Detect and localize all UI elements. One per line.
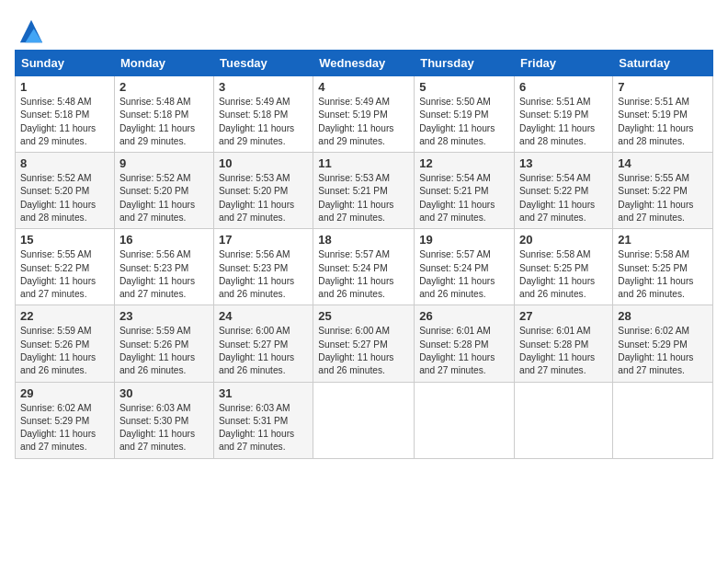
day-number: 24	[219, 309, 308, 323]
day-info: Sunrise: 5:48 AM Sunset: 5:18 PM Dayligh…	[20, 96, 109, 148]
day-cell: 20Sunrise: 5:58 AM Sunset: 5:25 PM Dayli…	[515, 229, 613, 305]
day-cell: 27Sunrise: 6:01 AM Sunset: 5:28 PM Dayli…	[515, 305, 613, 382]
day-number: 25	[318, 309, 409, 323]
day-info: Sunrise: 6:03 AM Sunset: 5:31 PM Dayligh…	[219, 402, 308, 454]
day-cell: 17Sunrise: 5:56 AM Sunset: 5:23 PM Dayli…	[214, 229, 313, 305]
day-info: Sunrise: 5:57 AM Sunset: 5:24 PM Dayligh…	[318, 248, 409, 301]
header-row: SundayMondayTuesdayWednesdayThursdayFrid…	[16, 51, 713, 76]
day-number: 20	[519, 233, 608, 247]
day-info: Sunrise: 5:58 AM Sunset: 5:25 PM Dayligh…	[618, 248, 708, 301]
day-info: Sunrise: 5:55 AM Sunset: 5:22 PM Dayligh…	[618, 172, 708, 224]
day-info: Sunrise: 5:53 AM Sunset: 5:21 PM Dayligh…	[318, 172, 409, 224]
day-cell	[613, 382, 713, 458]
day-number: 5	[419, 80, 509, 94]
day-info: Sunrise: 5:48 AM Sunset: 5:18 PM Dayligh…	[119, 96, 209, 148]
day-number: 11	[318, 156, 409, 170]
day-cell: 13Sunrise: 5:54 AM Sunset: 5:22 PM Dayli…	[515, 153, 613, 229]
day-number: 3	[219, 80, 308, 94]
day-number: 17	[219, 233, 308, 247]
day-number: 21	[618, 233, 708, 247]
day-number: 4	[318, 80, 409, 94]
day-info: Sunrise: 5:55 AM Sunset: 5:22 PM Dayligh…	[20, 248, 109, 301]
day-info: Sunrise: 5:51 AM Sunset: 5:19 PM Dayligh…	[519, 96, 608, 148]
day-cell: 23Sunrise: 5:59 AM Sunset: 5:26 PM Dayli…	[114, 305, 213, 382]
day-info: Sunrise: 5:49 AM Sunset: 5:19 PM Dayligh…	[318, 96, 409, 148]
day-number: 12	[419, 156, 509, 170]
day-cell: 26Sunrise: 6:01 AM Sunset: 5:28 PM Dayli…	[415, 305, 515, 382]
day-cell: 19Sunrise: 5:57 AM Sunset: 5:24 PM Dayli…	[415, 229, 515, 305]
day-number: 14	[618, 156, 708, 170]
calendar-table: SundayMondayTuesdayWednesdayThursdayFrid…	[15, 50, 713, 459]
header-cell-monday: Monday	[114, 51, 213, 76]
day-cell: 28Sunrise: 6:02 AM Sunset: 5:29 PM Dayli…	[613, 305, 713, 382]
week-row-4: 22Sunrise: 5:59 AM Sunset: 5:26 PM Dayli…	[16, 305, 713, 382]
day-number: 27	[519, 309, 608, 323]
day-info: Sunrise: 5:57 AM Sunset: 5:24 PM Dayligh…	[419, 248, 509, 301]
day-number: 13	[519, 156, 608, 170]
day-number: 6	[519, 80, 608, 94]
day-cell: 8Sunrise: 5:52 AM Sunset: 5:20 PM Daylig…	[16, 153, 115, 229]
day-number: 8	[20, 156, 109, 170]
day-cell: 16Sunrise: 5:56 AM Sunset: 5:23 PM Dayli…	[114, 229, 213, 305]
day-cell	[515, 382, 613, 458]
day-cell: 2Sunrise: 5:48 AM Sunset: 5:18 PM Daylig…	[114, 76, 213, 153]
day-cell: 9Sunrise: 5:52 AM Sunset: 5:20 PM Daylig…	[114, 153, 213, 229]
day-cell: 4Sunrise: 5:49 AM Sunset: 5:19 PM Daylig…	[313, 76, 415, 153]
day-info: Sunrise: 5:59 AM Sunset: 5:26 PM Dayligh…	[119, 325, 209, 377]
day-number: 29	[20, 386, 109, 400]
day-cell: 18Sunrise: 5:57 AM Sunset: 5:24 PM Dayli…	[313, 229, 415, 305]
day-info: Sunrise: 5:58 AM Sunset: 5:25 PM Dayligh…	[519, 248, 608, 301]
day-info: Sunrise: 5:54 AM Sunset: 5:21 PM Dayligh…	[419, 172, 509, 224]
header	[15, 15, 713, 44]
day-cell: 10Sunrise: 5:53 AM Sunset: 5:20 PM Dayli…	[214, 153, 313, 229]
day-info: Sunrise: 6:00 AM Sunset: 5:27 PM Dayligh…	[318, 325, 409, 377]
day-cell	[313, 382, 415, 458]
week-row-1: 1Sunrise: 5:48 AM Sunset: 5:18 PM Daylig…	[16, 76, 713, 153]
header-cell-tuesday: Tuesday	[214, 51, 313, 76]
day-number: 9	[119, 156, 209, 170]
day-number: 28	[618, 309, 708, 323]
day-cell: 5Sunrise: 5:50 AM Sunset: 5:19 PM Daylig…	[415, 76, 515, 153]
day-cell: 31Sunrise: 6:03 AM Sunset: 5:31 PM Dayli…	[214, 382, 313, 458]
header-cell-thursday: Thursday	[415, 51, 515, 76]
day-info: Sunrise: 5:54 AM Sunset: 5:22 PM Dayligh…	[519, 172, 608, 224]
day-number: 16	[119, 233, 209, 247]
day-cell: 14Sunrise: 5:55 AM Sunset: 5:22 PM Dayli…	[613, 153, 713, 229]
day-cell: 3Sunrise: 5:49 AM Sunset: 5:18 PM Daylig…	[214, 76, 313, 153]
day-number: 1	[20, 80, 109, 94]
day-info: Sunrise: 5:49 AM Sunset: 5:18 PM Dayligh…	[219, 96, 308, 148]
day-cell: 21Sunrise: 5:58 AM Sunset: 5:25 PM Dayli…	[613, 229, 713, 305]
day-info: Sunrise: 5:56 AM Sunset: 5:23 PM Dayligh…	[219, 248, 308, 301]
day-cell: 11Sunrise: 5:53 AM Sunset: 5:21 PM Dayli…	[313, 153, 415, 229]
day-number: 19	[419, 233, 509, 247]
day-info: Sunrise: 5:59 AM Sunset: 5:26 PM Dayligh…	[20, 325, 109, 377]
day-cell	[415, 382, 515, 458]
day-cell: 1Sunrise: 5:48 AM Sunset: 5:18 PM Daylig…	[16, 76, 115, 153]
day-cell: 25Sunrise: 6:00 AM Sunset: 5:27 PM Dayli…	[313, 305, 415, 382]
day-number: 31	[219, 386, 308, 400]
day-number: 30	[119, 386, 209, 400]
day-number: 10	[219, 156, 308, 170]
header-cell-friday: Friday	[515, 51, 613, 76]
day-cell: 29Sunrise: 6:02 AM Sunset: 5:29 PM Dayli…	[16, 382, 115, 458]
day-cell: 12Sunrise: 5:54 AM Sunset: 5:21 PM Dayli…	[415, 153, 515, 229]
week-row-3: 15Sunrise: 5:55 AM Sunset: 5:22 PM Dayli…	[16, 229, 713, 305]
day-info: Sunrise: 6:00 AM Sunset: 5:27 PM Dayligh…	[219, 325, 308, 377]
day-cell: 6Sunrise: 5:51 AM Sunset: 5:19 PM Daylig…	[515, 76, 613, 153]
header-cell-sunday: Sunday	[16, 51, 115, 76]
day-number: 22	[20, 309, 109, 323]
day-info: Sunrise: 6:01 AM Sunset: 5:28 PM Dayligh…	[519, 325, 608, 377]
week-row-5: 29Sunrise: 6:02 AM Sunset: 5:29 PM Dayli…	[16, 382, 713, 458]
week-row-2: 8Sunrise: 5:52 AM Sunset: 5:20 PM Daylig…	[16, 153, 713, 229]
day-number: 23	[119, 309, 209, 323]
header-cell-wednesday: Wednesday	[313, 51, 415, 76]
day-info: Sunrise: 6:01 AM Sunset: 5:28 PM Dayligh…	[419, 325, 509, 377]
logo-icon	[18, 18, 44, 44]
day-info: Sunrise: 6:02 AM Sunset: 5:29 PM Dayligh…	[618, 325, 708, 377]
day-info: Sunrise: 6:03 AM Sunset: 5:30 PM Dayligh…	[119, 402, 209, 454]
day-cell: 30Sunrise: 6:03 AM Sunset: 5:30 PM Dayli…	[114, 382, 213, 458]
day-cell: 15Sunrise: 5:55 AM Sunset: 5:22 PM Dayli…	[16, 229, 115, 305]
day-cell: 24Sunrise: 6:00 AM Sunset: 5:27 PM Dayli…	[214, 305, 313, 382]
day-info: Sunrise: 5:51 AM Sunset: 5:19 PM Dayligh…	[618, 96, 708, 148]
day-info: Sunrise: 5:56 AM Sunset: 5:23 PM Dayligh…	[119, 248, 209, 301]
